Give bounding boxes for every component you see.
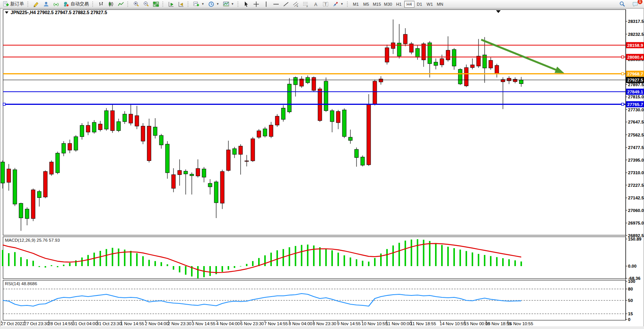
zoom-in-icon (133, 1, 139, 7)
dropdown-caret: ▼ (231, 2, 234, 6)
crosshair-tool-button[interactable] (251, 0, 261, 8)
autotrading-button[interactable]: 自动交易 (61, 0, 91, 8)
shapes-arrows-icon (332, 1, 339, 7)
horizontal-line-icon (273, 1, 279, 7)
chart-area[interactable]: 28317.528232.528065.027897.527815.027730… (0, 0, 644, 329)
toolbar: 新订单 自动交易 ▼ ▼ ▼ E F A T ▼ (0, 0, 644, 8)
equidistant-channel-icon: E (293, 1, 299, 7)
svg-text:6 Nov 23:30: 6 Nov 23:30 (240, 321, 264, 326)
tf-w1-button[interactable]: W1 (425, 1, 435, 8)
template-icon (223, 1, 229, 7)
tile-windows-button[interactable] (151, 0, 161, 8)
svg-text:3 Nov 14:55: 3 Nov 14:55 (192, 321, 215, 326)
svg-text:T: T (324, 2, 327, 6)
tf-m15-button[interactable]: M15 (371, 1, 382, 8)
channel-tool-button[interactable]: E (291, 0, 301, 8)
user-icon (43, 1, 49, 7)
svg-text:26975.0: 26975.0 (628, 221, 644, 225)
templates-button[interactable]: ▼ (221, 0, 236, 8)
svg-text:9 Nov 14:55: 9 Nov 14:55 (337, 321, 361, 326)
toolbar-separator (162, 2, 165, 7)
svg-text:0: 0 (628, 317, 630, 322)
tf-m5-button[interactable]: M5 (361, 1, 371, 8)
svg-text:27060.0: 27060.0 (628, 208, 644, 213)
signals-button[interactable] (51, 0, 61, 8)
svg-text:15: 15 (628, 311, 633, 316)
svg-text:JPN225-,H4 27902.5 27947.5 27: JPN225-,H4 27902.5 27947.5 27882.5 27927… (11, 10, 107, 15)
chart-title: JPN225-,H4 27902.5 27947.5 27882.5 27927… (5, 10, 107, 15)
svg-text:8 Nov 04:00: 8 Nov 04:00 (289, 321, 312, 326)
svg-text:8 Nov 23:30: 8 Nov 23:30 (313, 321, 336, 326)
svg-text:31 Oct 23:30: 31 Oct 23:30 (96, 321, 122, 326)
auto-scroll-button[interactable] (166, 0, 176, 8)
svg-text:RSI(14) 48.8686: RSI(14) 48.8686 (5, 281, 37, 286)
svg-text:7 Nov 14:55: 7 Nov 14:55 (264, 321, 288, 326)
tf-h4-button[interactable]: H4 (404, 1, 414, 8)
text-tool-button[interactable]: A (311, 0, 321, 8)
toolbar-separator (238, 2, 240, 7)
svg-text:27968.7: 27968.7 (627, 72, 643, 76)
svg-text:27142.5: 27142.5 (628, 196, 644, 200)
tf-d1-button[interactable]: D1 (414, 1, 425, 8)
svg-text:27849.1: 27849.1 (627, 90, 643, 94)
bar-chart-icon (98, 1, 104, 7)
svg-text:27395.0: 27395.0 (628, 158, 644, 162)
svg-text:50: 50 (628, 298, 633, 303)
notifications-button[interactable]: 1 (630, 0, 640, 8)
hline-tool-button[interactable] (271, 0, 281, 8)
community-button[interactable] (41, 0, 51, 8)
label-tool-button[interactable]: T (321, 0, 331, 8)
svg-text:14 Nov 10:55: 14 Nov 10:55 (440, 321, 466, 326)
svg-text:27730.0: 27730.0 (628, 108, 644, 112)
chart-shift-button[interactable] (176, 0, 186, 8)
fibonacci-icon: F (303, 1, 309, 7)
chart-line-button[interactable] (116, 0, 126, 8)
time-axis[interactable]: 27 Oct 202227 Oct 23:3028 Oct 14:5531 Oc… (1, 321, 533, 326)
svg-text:4 Nov 04:00: 4 Nov 04:00 (216, 321, 240, 326)
svg-text:27562.5: 27562.5 (628, 133, 644, 137)
svg-text:0.00: 0.00 (628, 264, 636, 268)
panel-borders (3, 10, 626, 320)
arrows-tool-button[interactable]: ▼ (331, 0, 345, 8)
zoom-in-button[interactable] (131, 0, 141, 8)
zoom-out-icon (143, 1, 149, 7)
notification-badge: 1 (638, 0, 642, 4)
vertical-line-icon (263, 1, 269, 7)
text-label-icon: T (323, 1, 329, 7)
new-chart-button[interactable]: ▼ (191, 0, 206, 8)
new-order-icon (3, 1, 9, 7)
toolbar-separator (92, 2, 95, 7)
svg-text:27227.5: 27227.5 (628, 183, 644, 188)
tf-m30-button[interactable]: M30 (382, 1, 393, 8)
tf-h1-button[interactable]: H1 (394, 1, 404, 8)
trendline-tool-button[interactable] (281, 0, 291, 8)
svg-text:150.89: 150.89 (628, 237, 641, 241)
fibonacci-tool-button[interactable]: F (301, 0, 311, 8)
zoom-out-button[interactable] (141, 0, 151, 8)
svg-text:2 Nov 04:00: 2 Nov 04:00 (145, 321, 169, 326)
chart-bars-button[interactable] (96, 0, 106, 8)
trendline-icon (283, 1, 289, 7)
search-button[interactable] (617, 0, 627, 8)
cursor-tool-button[interactable] (241, 0, 251, 8)
auto-scroll-icon (168, 1, 174, 7)
periods-button[interactable]: ▼ (206, 0, 221, 8)
vline-tool-button[interactable] (261, 0, 271, 8)
new-order-label: 新订单 (10, 1, 24, 7)
svg-text:2 Nov 23:30: 2 Nov 23:30 (168, 321, 191, 326)
signal-icon (53, 1, 59, 7)
svg-text:27815.0: 27815.0 (628, 95, 644, 99)
metaeditor-button[interactable] (31, 0, 41, 8)
new-chart-icon (193, 1, 199, 7)
new-order-button[interactable]: 新订单 (1, 0, 26, 8)
svg-text:27 Oct 2022: 27 Oct 2022 (1, 321, 25, 326)
pencil-icon (33, 1, 39, 7)
chart-candles-button[interactable] (106, 0, 116, 8)
svg-text:28232.5: 28232.5 (628, 32, 644, 37)
toolbar-separator (27, 2, 30, 7)
svg-text:F: F (307, 5, 308, 7)
tf-mn-button[interactable]: MN (435, 1, 445, 8)
svg-text:27477.5: 27477.5 (628, 145, 644, 150)
svg-text:27 Oct 23:30: 27 Oct 23:30 (24, 321, 49, 326)
tf-m1-button[interactable]: M1 (351, 1, 361, 8)
